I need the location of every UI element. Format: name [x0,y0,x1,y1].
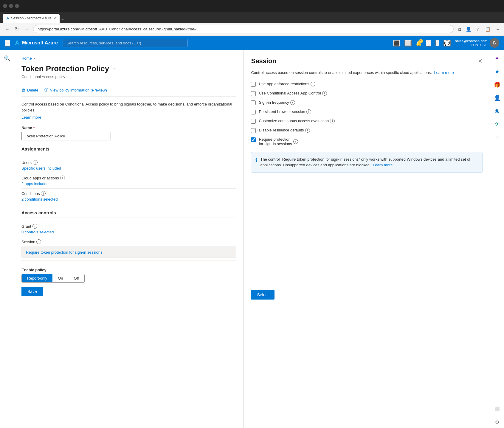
users-value-link[interactable]: Specific users included [21,166,236,170]
select-button[interactable]: Select [251,290,275,300]
require-protection-checkbox[interactable] [251,137,256,142]
toggle-report-only[interactable]: Report-only [22,274,52,282]
info-banner-icon: ℹ [255,157,257,168]
expand-sidebar-icon[interactable]: ⬜ [491,403,503,415]
people-sidebar-icon[interactable]: 👤 [491,92,503,104]
session-info-icon[interactable]: i [36,239,41,244]
require-protection-label: Require protectionfor sign-in sessions i [259,137,298,146]
save-button[interactable]: Save [21,287,43,296]
resilience-defaults-checkbox[interactable] [251,128,256,133]
continuous-access-checkbox[interactable] [251,119,256,124]
policy-toggle: Report-only On Off [21,274,85,283]
info-banner-content: The control "Require token protection fo… [260,156,478,168]
session-panel-close-btn[interactable]: ✕ [478,58,483,64]
hamburger-menu-btn[interactable]: ☰ [5,40,10,46]
tab-title: Session - Microsoft Azure [11,16,52,20]
settings-sidebar-icon[interactable]: ⚙ [491,416,503,428]
users-info-icon[interactable]: i [33,160,38,165]
session-panel: Session ✕ Control access based on sessio… [244,50,490,428]
signin-frequency-checkbox[interactable] [251,100,256,105]
resources-sidebar-icon[interactable]: 🎁 [491,79,503,91]
directory-btn[interactable]: ⬜ [404,40,412,46]
settings-btn[interactable]: ⚙ [426,40,431,46]
maximize-btn[interactable] [9,4,13,8]
require-protection-info-icon[interactable]: i [293,139,298,144]
toggle-off[interactable]: Off [69,274,84,282]
persistent-browser-checkbox[interactable] [251,110,256,114]
extensions-btn[interactable]: ⧉ [457,25,462,33]
refresh-btn[interactable]: ↻ [14,25,20,33]
grant-value-link[interactable]: 0 controls selected [21,230,236,234]
favorites-btn[interactable]: ☆ [475,25,481,33]
view-policy-btn[interactable]: ⓘ View policy information (Preview) [44,87,107,93]
help-btn[interactable]: ? [435,40,439,46]
tab-bar: A Session - Microsoft Azure ✕ + [0,12,504,23]
user-info[interactable]: balas@contoso.com CONTOSO B [455,38,499,48]
feedback-btn[interactable]: 💬 [443,40,451,46]
add-sidebar-item-btn[interactable]: + [491,131,503,143]
app-restrictions-checkbox[interactable] [251,82,256,87]
sidebar-search-icon[interactable]: 🔍 [1,52,13,64]
assignments-header: Assignments [21,146,236,154]
close-window-btn[interactable] [15,4,19,8]
session-learn-more-link[interactable]: Learn more [434,70,454,75]
conditions-value-link[interactable]: 2 conditions selected [21,197,236,201]
new-tab-btn[interactable]: + [61,16,65,23]
continuous-access-info-icon[interactable]: i [330,119,335,123]
app-restrictions-info-icon[interactable]: i [311,82,315,86]
profile-btn[interactable]: 👤 [465,25,473,33]
tab-favicon: A [7,16,9,21]
grant-row: Grant i 0 controls selected [21,221,236,237]
right-sidebar: ✦ ★ 🎁 👤 ◉ ✈ + ⬜ ⚙ [490,50,504,428]
outlook-sidebar-icon[interactable]: ◉ [491,105,503,117]
access-controls-section: Access controls Grant i 0 controls selec… [21,210,236,260]
back-btn[interactable]: ← [4,25,11,33]
enable-policy-label: Enable policy [21,268,236,272]
azure-logo: A Microsoft Azure [15,39,58,47]
policy-name-input[interactable] [21,132,111,140]
toggle-on[interactable]: On [52,274,68,282]
notification-area[interactable]: 🔔 1 [416,40,422,46]
signin-frequency-info-icon[interactable]: i [290,100,295,105]
persistent-browser-label: Persistent browser session i [259,109,311,114]
azure-logo-icon: A [15,39,20,47]
active-tab[interactable]: A Session - Microsoft Azure ✕ [3,14,60,23]
cloud-shell-btn[interactable]: ⬛ [393,40,400,46]
user-org: CONTOSO [455,43,487,47]
browser-chrome [0,0,504,12]
cloud-apps-label: Cloud apps or actions i [21,176,236,180]
browser-action-buttons: ⧉ 👤 ☆ 📋 ··· [457,25,500,33]
description-learn-more-link[interactable]: Learn more [21,115,41,120]
app-control-info-icon[interactable]: i [322,91,327,96]
toolbar: 🗑 Delete ⓘ View policy information (Prev… [21,84,236,97]
session-value[interactable]: Require token protection for sign-in ses… [26,250,103,255]
user-avatar[interactable]: B [490,38,499,48]
required-indicator: * [33,125,35,130]
users-label: Users i [21,160,236,165]
resilience-defaults-info-icon[interactable]: i [305,128,310,133]
favorites-sidebar-icon[interactable]: ★ [491,66,503,77]
delete-btn[interactable]: 🗑 Delete [21,88,38,92]
collections-btn[interactable]: 📋 [484,25,492,33]
grant-info-icon[interactable]: i [32,224,37,229]
url-bar[interactable] [33,25,454,33]
conditions-info-icon[interactable]: i [41,191,46,196]
persistent-browser-info-icon[interactable]: i [306,109,311,114]
cloud-apps-info-icon[interactable]: i [60,176,65,180]
checkbox-item-app-control: Use Conditional Access App Control i [251,91,483,96]
session-panel-title: Session [251,57,276,65]
grant-label: Grant i [21,224,236,229]
checkbox-item-require-protection: Require protectionfor sign-in sessions i [251,137,483,146]
tab-close-btn[interactable]: ✕ [53,16,56,20]
cloud-apps-value-link[interactable]: 2 apps included [21,182,236,186]
global-search-input[interactable] [63,39,188,47]
copilot-sidebar-icon[interactable]: ✦ [491,52,503,64]
info-banner-learn-more-link[interactable]: Learn more [373,163,393,167]
teams-sidebar-icon[interactable]: ✈ [491,118,503,130]
more-options-btn[interactable]: ··· [112,66,117,72]
breadcrumb-home-link[interactable]: Home [21,56,32,61]
more-btn[interactable]: ··· [494,25,500,33]
forward-btn[interactable]: → [23,25,30,33]
minimize-btn[interactable] [3,4,7,8]
app-control-checkbox[interactable] [251,91,256,96]
